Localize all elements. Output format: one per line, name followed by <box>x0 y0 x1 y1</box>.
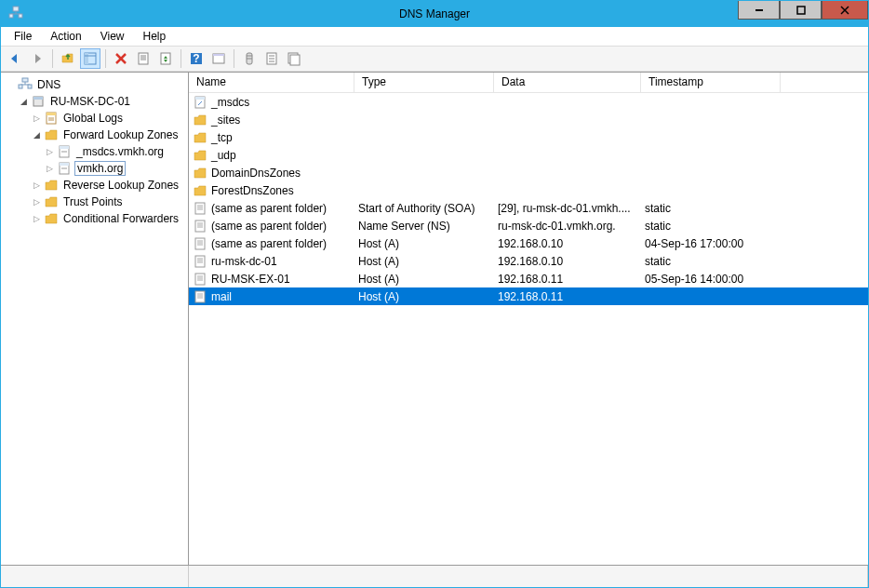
list-row[interactable]: RU-MSK-EX-01Host (A)192.168.0.1105-Sep-1… <box>189 270 868 287</box>
svg-rect-38 <box>33 97 43 100</box>
refresh-button[interactable] <box>155 48 176 69</box>
list-header: Name Type Data Timestamp <box>189 73 868 93</box>
svg-rect-71 <box>195 291 205 302</box>
expander-expand-icon[interactable]: ▷ <box>44 163 55 174</box>
tree-conditional-forwarders[interactable]: ▷ Conditional Forwarders <box>1 210 188 227</box>
cell-name: _msdcs <box>211 96 249 109</box>
menu-view[interactable]: View <box>91 28 134 45</box>
tree-server[interactable]: ◢ RU-MSK-DC-01 <box>1 93 188 110</box>
minimize-button[interactable] <box>738 1 780 20</box>
list-row[interactable]: _sites <box>189 111 868 128</box>
svg-rect-55 <box>195 220 205 232</box>
list-row[interactable]: (same as parent folder)Host (A)192.168.0… <box>189 234 868 252</box>
list-row[interactable]: mailHost (A)192.168.0.11 <box>189 287 868 305</box>
svg-rect-36 <box>28 85 32 88</box>
list-row[interactable]: (same as parent folder)Start of Authorit… <box>189 199 868 217</box>
svg-rect-32 <box>22 78 28 82</box>
list-row[interactable]: ForestDnsZones <box>189 181 868 199</box>
toolbar-separator <box>105 49 106 68</box>
record-icon <box>193 219 207 234</box>
svg-rect-40 <box>47 113 56 115</box>
svg-rect-6 <box>797 7 805 14</box>
new-window-button[interactable] <box>208 48 229 69</box>
help-button[interactable]: ? <box>186 48 207 69</box>
folder-icon <box>193 148 207 163</box>
expander-expand-icon[interactable]: ▷ <box>31 113 42 124</box>
toolbar-separator <box>234 49 234 68</box>
tree-trust-points[interactable]: ▷ Trust Points <box>1 194 188 210</box>
toolbar-separator <box>180 49 181 68</box>
statusbar <box>1 565 868 587</box>
list-button[interactable] <box>261 48 282 69</box>
delete-button[interactable] <box>111 48 131 69</box>
tree-zone-msdcs[interactable]: ▷ _msdcs.vmkh.org <box>1 143 188 160</box>
titlebar: DNS Manager <box>1 1 868 27</box>
tree-global-logs[interactable]: ▷ Global Logs <box>1 110 188 127</box>
list-row[interactable]: _msdcs <box>189 93 868 111</box>
main-content: DNS ◢ RU-MSK-DC-01 ▷ Global Logs ◢ Forwa… <box>1 72 868 565</box>
menu-action[interactable]: Action <box>41 28 90 45</box>
cell-data: ru-msk-dc-01.vmkh.org. <box>494 220 641 233</box>
tree-panel[interactable]: DNS ◢ RU-MSK-DC-01 ▷ Global Logs ◢ Forwa… <box>1 73 189 565</box>
expander-icon[interactable] <box>5 79 16 90</box>
svg-rect-47 <box>60 163 69 166</box>
details-button[interactable] <box>284 48 304 69</box>
list-row[interactable]: _udp <box>189 146 868 164</box>
svg-rect-59 <box>195 238 205 249</box>
folder-icon <box>193 113 207 127</box>
dns-root-icon <box>18 77 33 92</box>
expander-expand-icon[interactable]: ▷ <box>31 180 42 191</box>
server-icon <box>31 94 46 109</box>
cell-type: Host (A) <box>354 290 494 303</box>
forward-button[interactable] <box>27 48 47 69</box>
window-controls <box>738 1 868 20</box>
column-type[interactable]: Type <box>354 73 494 92</box>
back-button[interactable] <box>5 48 25 69</box>
tree-forward-zones[interactable]: ◢ Forward Lookup Zones <box>1 127 188 143</box>
svg-rect-35 <box>19 85 22 88</box>
folder-icon <box>193 95 207 110</box>
record-icon <box>193 289 207 304</box>
tree-zone-vmkh[interactable]: ▷ vmkh.org <box>1 160 188 177</box>
window-title: DNS Manager <box>399 7 470 20</box>
expander-expand-icon[interactable]: ▷ <box>31 213 42 224</box>
cell-data: 192.168.0.10 <box>494 237 641 250</box>
cell-data: 192.168.0.11 <box>494 273 641 286</box>
menubar: File Action View Help <box>1 27 868 46</box>
expander-collapse-icon[interactable]: ◢ <box>18 96 29 107</box>
column-timestamp[interactable]: Timestamp <box>641 73 781 92</box>
tree-reverse-zones[interactable]: ▷ Reverse Lookup Zones <box>1 177 188 194</box>
properties-button[interactable] <box>133 48 154 69</box>
list-body[interactable]: _msdcs_sites_tcp_udpDomainDnsZonesForest… <box>189 93 868 565</box>
folder-icon <box>44 211 59 226</box>
tree-label: Global Logs <box>61 112 125 125</box>
tree-label: DNS <box>35 78 62 91</box>
list-row[interactable]: _tcp <box>189 128 868 146</box>
expander-expand-icon[interactable]: ▷ <box>31 196 42 207</box>
tree-label: Forward Lookup Zones <box>61 128 180 141</box>
column-data[interactable]: Data <box>494 73 641 92</box>
list-row[interactable]: (same as parent folder)Name Server (NS)r… <box>189 217 868 234</box>
cell-type: Host (A) <box>354 255 494 268</box>
up-button[interactable] <box>58 48 78 69</box>
filter-button[interactable] <box>239 48 260 69</box>
column-name[interactable]: Name <box>189 73 354 92</box>
logs-icon <box>44 111 59 126</box>
folder-icon <box>193 183 207 198</box>
folder-icon <box>44 127 59 142</box>
show-hide-tree-button[interactable] <box>80 48 100 69</box>
expander-collapse-icon[interactable]: ◢ <box>31 129 42 140</box>
list-row[interactable]: ru-msk-dc-01Host (A)192.168.0.10static <box>189 252 868 270</box>
menu-file[interactable]: File <box>5 28 41 45</box>
close-button[interactable] <box>822 1 868 20</box>
menu-help[interactable]: Help <box>134 28 176 45</box>
toolbar: ? <box>1 46 868 72</box>
cell-type: Start of Authority (SOA) <box>354 202 494 215</box>
maximize-button[interactable] <box>780 1 822 20</box>
cell-name: mail <box>211 290 232 303</box>
tree-root-dns[interactable]: DNS <box>1 76 188 93</box>
expander-expand-icon[interactable]: ▷ <box>44 146 55 157</box>
list-row[interactable]: DomainDnsZones <box>189 164 868 181</box>
record-icon <box>193 236 207 251</box>
tree-label: vmkh.org <box>74 161 126 176</box>
